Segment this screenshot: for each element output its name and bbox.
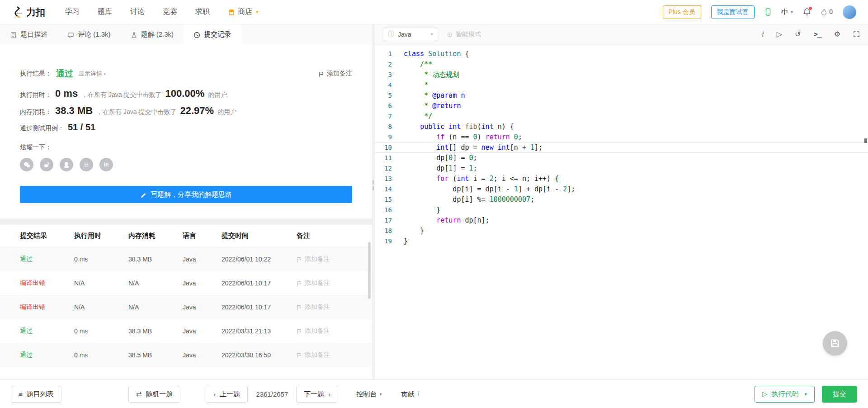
- submission-language: Java: [183, 256, 222, 263]
- write-solution-button[interactable]: 写题解，分享我的解题思路: [20, 186, 352, 203]
- weibo-icon[interactable]: [40, 158, 53, 171]
- navbar-right: Plus 会员 我是面试官 中 ▾ 0: [663, 5, 856, 19]
- editor-info-icon[interactable]: i: [762, 30, 764, 38]
- code-line[interactable]: 4 *: [375, 80, 868, 90]
- code-text: class Solution {: [404, 49, 469, 59]
- memory-mid: ，在所有 Java 提交中击败了: [96, 108, 176, 116]
- code-line[interactable]: 7 */: [375, 111, 868, 122]
- submission-time: 2022/06/01 10:17: [222, 280, 297, 287]
- editor-terminal-icon[interactable]: >_: [813, 30, 821, 38]
- contribute-link[interactable]: 贡献 i: [401, 390, 420, 399]
- code-editor[interactable]: 1class Solution {2 /**3 * 动态规划4 *5 * @pa…: [375, 44, 868, 380]
- save-code-button[interactable]: [823, 331, 847, 356]
- nav-item-jobs[interactable]: 求职: [195, 7, 210, 17]
- code-line[interactable]: 17 return dp[n];: [375, 215, 868, 226]
- random-problem-label: 随机一题: [146, 390, 173, 399]
- tab-submissions[interactable]: 提交记录: [184, 24, 241, 44]
- submission-time: 2022/06/01 10:17: [222, 304, 297, 311]
- code-line[interactable]: 2 /**: [375, 59, 868, 70]
- next-problem-button[interactable]: 下一题 ›: [296, 386, 338, 403]
- code-line[interactable]: 14 dp[i] = dp[i - 1] + dp[i - 2];: [375, 184, 868, 195]
- line-number: 9: [375, 132, 404, 142]
- nav-item-contest[interactable]: 竞赛: [163, 7, 177, 17]
- submit-button[interactable]: 提交: [822, 386, 857, 403]
- editor-settings-icon[interactable]: ⚙: [834, 30, 840, 38]
- interviewer-button[interactable]: 我是面试官: [711, 5, 755, 19]
- code-line[interactable]: 11 dp[0] = 0;: [375, 153, 868, 163]
- add-note-label: 添加备注: [305, 327, 330, 335]
- plus-member-button[interactable]: Plus 会员: [663, 5, 701, 19]
- chevron-down-icon: ▾: [256, 9, 259, 14]
- code-line[interactable]: 3 * 动态规划: [375, 70, 868, 80]
- streak-counter[interactable]: 0: [821, 8, 833, 16]
- console-label: 控制台: [356, 390, 377, 399]
- qq-icon[interactable]: [60, 158, 73, 171]
- code-text: * 动态规划: [404, 70, 459, 80]
- douban-icon[interactable]: 豆: [80, 158, 93, 171]
- code-line[interactable]: 19}: [375, 236, 868, 247]
- linkedin-icon[interactable]: in: [99, 158, 113, 171]
- left-scrollbar-thumb[interactable]: [368, 242, 371, 299]
- submission-result-link[interactable]: 通过: [0, 351, 74, 359]
- language-selector[interactable]: 中 ▾: [782, 8, 793, 16]
- code-text: * @param n: [404, 90, 465, 101]
- code-line[interactable]: 8 public int fib(int n) {: [375, 122, 868, 132]
- submission-result-link[interactable]: 编译出错: [0, 279, 74, 287]
- random-problem-button[interactable]: ⇄ 随机一题: [128, 386, 181, 403]
- nav-item-discuss[interactable]: 讨论: [130, 7, 145, 17]
- flag-icon: [297, 256, 302, 263]
- code-line[interactable]: 18 }: [375, 226, 868, 236]
- add-note-button[interactable]: 添加备注: [297, 279, 372, 287]
- notifications-bell-icon[interactable]: [803, 8, 811, 16]
- problem-list-button[interactable]: ≡ 题目列表: [11, 386, 61, 403]
- avatar[interactable]: [843, 5, 856, 19]
- prev-problem-button[interactable]: ‹ 上一题: [206, 386, 248, 403]
- submission-result-link[interactable]: 通过: [0, 327, 74, 335]
- add-note-button[interactable]: 添加备注: [297, 327, 372, 335]
- code-line[interactable]: 15 dp[i] %= 1000000007;: [375, 195, 868, 205]
- code-line[interactable]: 1class Solution {: [375, 49, 868, 59]
- tab-solutions[interactable]: 题解 (2.3k): [121, 24, 184, 44]
- editor-language-select[interactable]: ⓘ Java ▾: [383, 28, 438, 41]
- show-detail-link[interactable]: 显示详情 ›: [79, 70, 106, 78]
- nav-item-learn[interactable]: 学习: [65, 7, 80, 17]
- tab-comments[interactable]: 评论 (1.3k): [57, 24, 121, 44]
- wechat-icon[interactable]: [20, 158, 33, 171]
- add-note-button[interactable]: 添加备注: [319, 70, 352, 78]
- nav-item-store[interactable]: 商店▾: [228, 7, 259, 17]
- overview-ruler-mark: [864, 138, 867, 143]
- run-code-button[interactable]: ▷ 执行代码 ▾: [755, 386, 815, 403]
- submission-result-link[interactable]: 通过: [0, 255, 74, 263]
- editor-reset-icon[interactable]: ↺: [795, 30, 801, 38]
- tab-description[interactable]: 题目描述: [0, 24, 57, 44]
- editor-play-icon[interactable]: ▷: [777, 30, 782, 38]
- console-toggle[interactable]: 控制台 ▾: [356, 390, 382, 399]
- nav-item-problems[interactable]: 题库: [98, 7, 112, 17]
- leetcode-logo[interactable]: 力扣: [12, 6, 45, 19]
- add-note-label: 添加备注: [305, 303, 330, 311]
- code-line[interactable]: 5 * @param n: [375, 90, 868, 101]
- submission-time: 2022/03/31 21:13: [222, 327, 297, 335]
- editor-fullscreen-icon[interactable]: [853, 31, 860, 38]
- smart-mode-toggle[interactable]: 智能模式: [447, 30, 481, 38]
- submission-result-link[interactable]: 编译出错: [0, 303, 74, 311]
- add-note-label: 添加备注: [305, 351, 330, 359]
- code-line[interactable]: 10 int[] dp = new int[n + 1];: [375, 142, 868, 153]
- submission-runtime: N/A: [74, 280, 128, 287]
- code-line[interactable]: 6 * @return: [375, 101, 868, 111]
- submission-language: Java: [183, 304, 222, 311]
- code-line[interactable]: 9 if (n == 0) return 0;: [375, 132, 868, 142]
- code-line[interactable]: 13 for (int i = 2; i <= n; i++) {: [375, 174, 868, 184]
- add-note-button[interactable]: 添加备注: [297, 303, 372, 311]
- testcases-stat: 通过测试用例：51 / 51: [20, 122, 352, 133]
- add-note-button[interactable]: 添加备注: [297, 351, 372, 359]
- code-line[interactable]: 16 }: [375, 205, 868, 215]
- mobile-app-icon[interactable]: [764, 8, 772, 16]
- flag-icon: [297, 351, 302, 359]
- add-note-button[interactable]: 添加备注: [297, 255, 372, 263]
- table-row: 通过0 ms38.3 MBJava2022/06/01 10:22添加备注: [0, 247, 372, 271]
- code-line[interactable]: 12 dp[1] = 1;: [375, 163, 868, 174]
- chevron-down-icon: ▾: [379, 392, 382, 397]
- table-header-cell: 提交时间: [222, 232, 297, 240]
- result-status[interactable]: 通过: [56, 68, 73, 80]
